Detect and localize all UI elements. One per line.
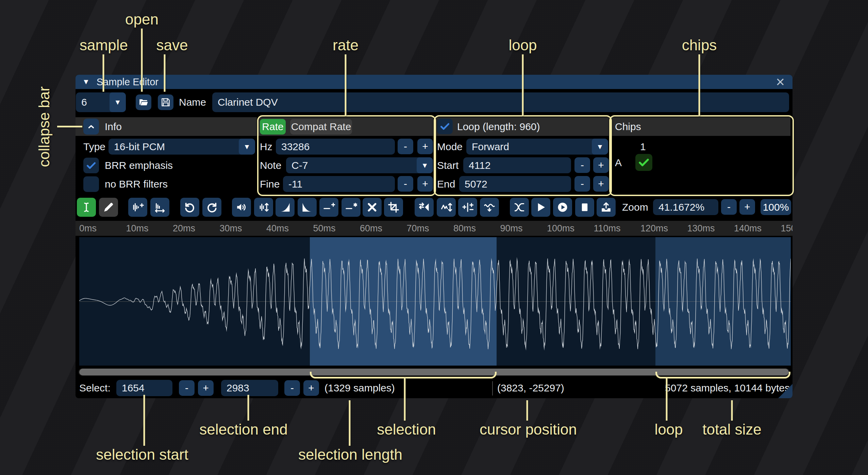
- brr-emphasis-checkbox[interactable]: [83, 158, 99, 173]
- waveform-display[interactable]: [79, 237, 791, 366]
- apply-filter-button[interactable]: [480, 198, 499, 217]
- chevron-up-icon: [86, 122, 96, 131]
- sample-type-dropdown[interactable]: 16-bit PCM ▼: [108, 139, 255, 155]
- wave-vertical-arrows-icon: [257, 201, 270, 213]
- waveform-canvas[interactable]: [79, 237, 791, 366]
- signed-unsigned-button[interactable]: [458, 198, 477, 217]
- collapse-bar-button[interactable]: [83, 119, 99, 135]
- preview-button[interactable]: [531, 198, 550, 217]
- window-titlebar[interactable]: ▼ Sample Editor ×: [76, 75, 792, 89]
- crossfade-loop-button[interactable]: [510, 198, 529, 217]
- zoom-input[interactable]: 41.1672%: [653, 199, 718, 215]
- sample-name-value: Clarinet DQV: [218, 96, 278, 108]
- export-sample-button[interactable]: [597, 198, 616, 217]
- selection-start-increment-button[interactable]: +: [198, 380, 214, 396]
- annotation-line-cursor-position: [527, 400, 528, 421]
- resize-button[interactable]: [128, 198, 147, 217]
- ruler-tick-label: 120ms: [640, 221, 668, 236]
- annotation-open: open: [125, 11, 158, 28]
- time-ruler[interactable]: 0ms10ms20ms30ms40ms50ms60ms70ms80ms90ms1…: [76, 221, 792, 236]
- annotation-line-open: [141, 29, 143, 92]
- ibeam-cursor-icon: [80, 201, 93, 213]
- selection-bracket: [310, 372, 497, 379]
- selection-start-decrement-button[interactable]: -: [179, 380, 195, 396]
- x-icon: [366, 201, 378, 213]
- plus-bar-plus-minus-icon: [462, 201, 474, 213]
- apply-silence-button[interactable]: [341, 198, 361, 217]
- info-panel-title: Info: [105, 117, 122, 136]
- ruler-tick-label: 140ms: [734, 221, 762, 236]
- close-icon[interactable]: ×: [773, 75, 788, 89]
- stop-preview-button[interactable]: [575, 198, 594, 217]
- zoom-in-button[interactable]: +: [739, 199, 755, 215]
- ruler-tick-label: 20ms: [173, 221, 195, 236]
- undo-button[interactable]: [180, 198, 199, 217]
- ruler-tick-label: 100ms: [547, 221, 574, 236]
- zoom-out-button[interactable]: -: [721, 199, 737, 215]
- annotation-line-total-size: [731, 400, 733, 421]
- annotation-chips: chips: [682, 37, 717, 54]
- resample-button[interactable]: [150, 198, 169, 217]
- ruler-tick-label: 30ms: [220, 221, 242, 236]
- sample-number-dropdown[interactable]: 6 ▼: [76, 92, 126, 112]
- insert-silence-button[interactable]: [319, 198, 338, 217]
- redo-button[interactable]: [202, 198, 221, 217]
- wave-plus-icon: [132, 201, 144, 213]
- selection-end-increment-button[interactable]: +: [303, 380, 319, 396]
- zoom-reset-label: 100%: [763, 201, 789, 213]
- normalize-button[interactable]: [254, 198, 273, 217]
- annotation-cursor-position: cursor position: [480, 421, 577, 438]
- undo-icon: [184, 201, 196, 213]
- redo-icon: [206, 201, 218, 213]
- chevron-down-icon[interactable]: ▼: [110, 92, 126, 112]
- no-brr-filters-checkbox[interactable]: [83, 176, 99, 192]
- open-sample-button[interactable]: [136, 94, 151, 110]
- ruler-tick-label: 60ms: [360, 221, 382, 236]
- trim-button[interactable]: [384, 198, 403, 217]
- filter-wave-icon: [483, 201, 496, 213]
- loop-panel-highlight-box: [434, 115, 612, 196]
- folder-open-icon: [138, 97, 149, 107]
- ruler-tick-label: 0ms: [79, 221, 97, 236]
- window-title: Sample Editor: [97, 76, 158, 88]
- speaker-icon: [235, 201, 248, 213]
- chevron-down-icon[interactable]: ▼: [239, 139, 255, 155]
- delete-button[interactable]: [363, 198, 382, 217]
- draw-mode-button[interactable]: [99, 198, 118, 217]
- selection-end-input[interactable]: 2983: [221, 380, 278, 396]
- screenshot-stage: ▼ Sample Editor × 6 ▼ Name Clarinet DQV: [0, 0, 868, 475]
- fade-out-button[interactable]: [298, 198, 317, 217]
- selection-length-text: (1329 samples): [324, 380, 395, 396]
- rate-panel-highlight-box: [257, 115, 436, 196]
- selection-end-value: 2983: [227, 382, 249, 394]
- annotation-total-size: total size: [702, 421, 762, 438]
- reverse-button[interactable]: [415, 198, 434, 217]
- plus-icon: +: [203, 382, 209, 394]
- window-resize-grip[interactable]: [778, 384, 792, 398]
- sample-name-input[interactable]: Clarinet DQV: [212, 92, 789, 112]
- plus-icon: +: [308, 382, 314, 394]
- crop-icon: [387, 201, 400, 213]
- annotation-save: save: [156, 37, 188, 54]
- minus-icon: -: [290, 382, 294, 394]
- invert-button[interactable]: [437, 198, 456, 217]
- ruler-tick-label: 150ms: [781, 221, 793, 236]
- window-collapse-arrow-icon[interactable]: ▼: [82, 77, 90, 86]
- select-mode-button[interactable]: [77, 198, 96, 217]
- annotation-line-save: [164, 54, 166, 92]
- save-sample-button[interactable]: [158, 94, 173, 110]
- selection-end-decrement-button[interactable]: -: [284, 380, 300, 396]
- brr-emphasis-label: BRR emphasis: [105, 158, 173, 173]
- ruler-tick-label: 110ms: [594, 221, 621, 236]
- amplify-button[interactable]: [232, 198, 251, 217]
- play-circle-icon: [556, 201, 569, 213]
- preview-loop-button[interactable]: [553, 198, 572, 217]
- selection-start-input[interactable]: 1654: [116, 380, 172, 396]
- plus-icon: +: [744, 201, 750, 213]
- minus-icon: -: [185, 382, 188, 394]
- fade-in-button[interactable]: [276, 198, 295, 217]
- chips-panel-highlight-box: [609, 115, 794, 196]
- ruler-tick-label: 40ms: [266, 221, 289, 236]
- zoom-reset-button[interactable]: 100%: [761, 199, 791, 215]
- status-divider: [492, 381, 493, 395]
